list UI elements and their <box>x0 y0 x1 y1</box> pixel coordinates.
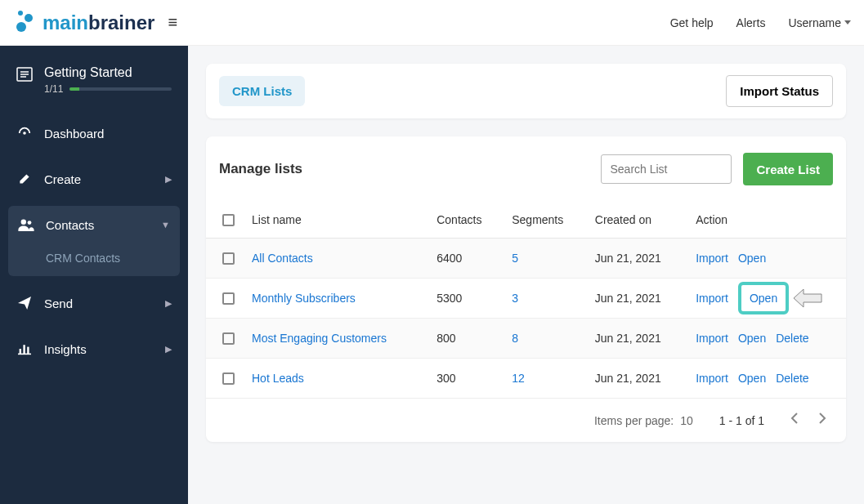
sidebar-item-dashboard[interactable]: Dashboard <box>0 114 188 152</box>
col-segments: Segments <box>504 202 587 239</box>
arrow-pointer-icon <box>792 288 823 309</box>
next-page-button[interactable] <box>818 412 826 429</box>
sidebar-item-send[interactable]: Send ▶ <box>0 284 188 322</box>
search-input[interactable] <box>601 154 732 184</box>
chevron-down-icon: ▼ <box>161 220 170 230</box>
logo-brainer-text: brainer <box>88 11 154 34</box>
dashboard-icon <box>16 126 33 140</box>
table-row: Most Engaging Customers8008Jun 21, 2021I… <box>206 319 846 359</box>
sidebar-subitem-crm-contacts[interactable]: CRM Contacts <box>8 243 180 276</box>
nav-label: Create <box>44 172 165 186</box>
lists-table: List name Contacts Segments Created on A… <box>206 202 846 399</box>
get-help-link[interactable]: Get help <box>670 16 714 29</box>
list-icon <box>16 67 33 82</box>
sidebar: Getting Started 1/11 Dashboard Create ▶ <box>0 46 188 504</box>
created-cell: Jun 21, 2021 <box>587 319 687 359</box>
manage-lists-title: Manage lists <box>219 161 601 177</box>
row-checkbox[interactable] <box>222 332 235 345</box>
segments-link[interactable]: 3 <box>512 292 518 305</box>
col-created: Created on <box>587 202 687 239</box>
nav-label: Send <box>44 297 165 310</box>
alerts-link[interactable]: Alerts <box>736 16 766 29</box>
open-link[interactable]: Open <box>738 332 766 345</box>
logo-main-text: main <box>43 11 88 34</box>
list-name-link[interactable]: Monthly Subscribers <box>252 292 356 305</box>
contacts-cell: 300 <box>428 359 504 399</box>
items-per-page-value[interactable]: 10 <box>680 414 693 427</box>
created-cell: Jun 21, 2021 <box>587 239 687 279</box>
table-row: Monthly Subscribers53003Jun 21, 2021Impo… <box>206 279 846 319</box>
col-contacts: Contacts <box>428 202 504 239</box>
segments-link[interactable]: 8 <box>512 332 518 345</box>
col-list-name: List name <box>244 202 428 239</box>
contacts-cell: 6400 <box>428 239 504 279</box>
chevron-right-icon: ▶ <box>165 344 172 355</box>
table-row: All Contacts64005Jun 21, 2021ImportOpen <box>206 239 846 279</box>
contacts-cell: 5300 <box>428 279 504 319</box>
row-checkbox[interactable] <box>222 372 235 385</box>
logo-dots-icon <box>13 11 38 35</box>
table-card: Manage lists Create List List name Conta… <box>206 136 846 442</box>
paper-plane-icon <box>16 296 33 310</box>
chevron-right-icon: ▶ <box>165 298 172 309</box>
segments-link[interactable]: 5 <box>512 252 518 265</box>
import-link[interactable]: Import <box>696 292 728 305</box>
svg-point-5 <box>28 221 32 225</box>
items-per-page-label: Items per page: <box>594 414 674 427</box>
row-checkbox[interactable] <box>222 292 235 305</box>
delete-link[interactable]: Delete <box>776 372 808 385</box>
topbar: mainbrainer ≡ Get help Alerts Username <box>0 0 864 46</box>
col-action: Action <box>687 202 846 239</box>
nav-label: Contacts <box>46 218 161 232</box>
progress-count: 1/11 <box>44 83 63 95</box>
nav-label: Dashboard <box>44 127 172 140</box>
open-link[interactable]: Open <box>738 372 766 385</box>
main-content: CRM Lists Import Status Manage lists Cre… <box>188 46 864 504</box>
chevron-down-icon <box>844 20 851 25</box>
list-name-link[interactable]: Hot Leads <box>252 372 304 385</box>
import-status-button[interactable]: Import Status <box>726 75 833 107</box>
users-icon <box>18 217 34 232</box>
row-checkbox[interactable] <box>222 252 235 265</box>
svg-rect-6 <box>20 349 21 354</box>
user-menu[interactable]: Username <box>788 16 851 29</box>
topbar-right: Get help Alerts Username <box>670 16 851 29</box>
tabs-card: CRM Lists Import Status <box>206 64 846 118</box>
delete-link[interactable]: Delete <box>776 332 808 345</box>
username-label: Username <box>788 16 841 29</box>
contacts-cell: 800 <box>428 319 504 359</box>
svg-point-4 <box>21 220 26 225</box>
select-all-checkbox[interactable] <box>222 214 235 226</box>
sidebar-item-create[interactable]: Create ▶ <box>0 160 188 198</box>
chevron-right-icon: ▶ <box>165 174 172 185</box>
svg-rect-7 <box>23 345 25 354</box>
table-row: Hot Leads30012Jun 21, 2021ImportOpenDele… <box>206 359 846 399</box>
import-link[interactable]: Import <box>696 252 728 265</box>
import-link[interactable]: Import <box>696 332 728 345</box>
pagination: Items per page: 10 1 - 1 of 1 <box>206 399 846 442</box>
sidebar-item-insights[interactable]: Insights ▶ <box>0 330 188 368</box>
create-list-button[interactable]: Create List <box>743 153 833 185</box>
open-link[interactable]: Open <box>738 252 766 265</box>
created-cell: Jun 21, 2021 <box>587 359 687 399</box>
hamburger-icon[interactable]: ≡ <box>168 13 177 32</box>
chart-icon <box>16 341 33 356</box>
list-name-link[interactable]: Most Engaging Customers <box>252 332 387 345</box>
getting-started-title: Getting Started <box>44 65 172 80</box>
progress-bar <box>69 87 172 91</box>
segments-link[interactable]: 12 <box>512 372 525 385</box>
page-range: 1 - 1 of 1 <box>719 414 764 427</box>
logo[interactable]: mainbrainer <box>13 11 154 35</box>
svg-rect-8 <box>27 347 29 355</box>
table-header-row: Manage lists Create List <box>206 136 846 202</box>
tab-crm-lists[interactable]: CRM Lists <box>219 76 305 106</box>
import-link[interactable]: Import <box>696 372 728 385</box>
created-cell: Jun 21, 2021 <box>587 279 687 319</box>
open-link-highlighted[interactable]: Open <box>738 282 789 314</box>
pencil-icon <box>16 172 33 186</box>
sidebar-item-contacts[interactable]: Contacts ▼ <box>8 206 180 243</box>
prev-page-button[interactable] <box>790 412 799 429</box>
getting-started-section[interactable]: Getting Started 1/11 <box>0 65 188 114</box>
list-name-link[interactable]: All Contacts <box>252 252 313 265</box>
nav-label: Insights <box>44 342 165 356</box>
